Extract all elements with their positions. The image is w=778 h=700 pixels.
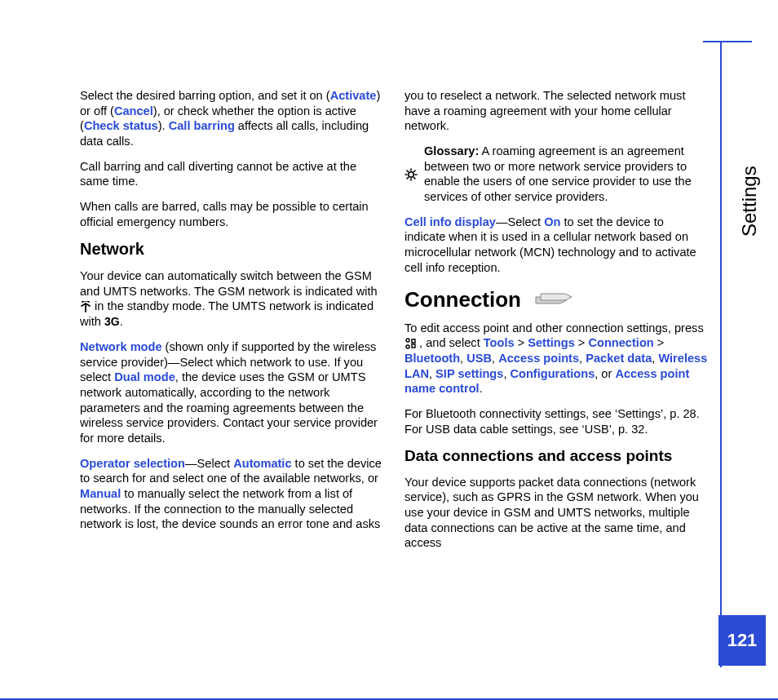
paragraph: Operator selection—Select Automatic to s… — [80, 456, 383, 532]
text: > — [515, 336, 528, 349]
glossary-label: Glossary: — [424, 144, 479, 157]
text: in the standby mode. The UMTS network is… — [80, 299, 374, 328]
paragraph: you to reselect a network. The selected … — [404, 88, 708, 134]
text: , — [429, 367, 435, 380]
svg-point-2 — [406, 345, 409, 348]
text: . — [480, 382, 483, 395]
term-automatic: Automatic — [233, 457, 291, 470]
glossary-text: Glossary: A roaming agreement is an agre… — [424, 144, 708, 205]
left-column: Select the desired barring option, and s… — [80, 88, 383, 560]
tip-icon — [404, 145, 418, 205]
text: > — [654, 336, 665, 349]
paragraph: Network mode (shown only if supported by… — [80, 339, 383, 446]
paragraph: To edit access point and other connectio… — [404, 321, 708, 397]
top-rule — [703, 41, 752, 42]
text: > — [575, 336, 589, 349]
paragraph: Call barring and call diverting cannot b… — [80, 159, 383, 189]
text: To edit access point and other connectio… — [404, 321, 704, 334]
text: —Select — [185, 457, 233, 470]
term-usb: USB — [466, 352, 492, 365]
term-settings: Settings — [528, 336, 575, 349]
term-connection: Connection — [588, 336, 653, 349]
page-number: 121 — [718, 615, 766, 666]
term-on: On — [544, 215, 560, 228]
paragraph: Your device can automatically switch bet… — [80, 268, 383, 330]
text: , — [460, 352, 466, 365]
paragraph: Your device supports packet data connect… — [404, 475, 708, 551]
text: , — [579, 352, 586, 365]
term-tools: Tools — [484, 336, 515, 349]
paragraph: Cell info display—Select On to set the d… — [404, 215, 708, 276]
right-column: you to reselect a network. The selected … — [404, 88, 708, 560]
term-packet-data: Packet data — [586, 352, 652, 365]
heading-data-connections: Data connections and access points — [404, 446, 708, 466]
antenna-icon — [80, 301, 91, 312]
text: Your device can automatically switch bet… — [80, 269, 378, 298]
term-dual-mode: Dual mode — [114, 370, 175, 383]
term-operator-selection: Operator selection — [80, 457, 185, 470]
term-bluetooth: Bluetooth — [404, 352, 460, 365]
term-call-barring: Call barring — [169, 119, 235, 132]
section-tab: Settings — [733, 82, 766, 237]
3g-icon: 3G — [104, 315, 120, 330]
term-cancel: Cancel — [114, 104, 153, 117]
term-configurations: Configurations — [510, 367, 595, 380]
term-sip-settings: SIP settings — [435, 367, 503, 380]
menu-key-icon — [404, 338, 416, 349]
text: , and select — [416, 336, 484, 349]
text: , or — [595, 367, 615, 380]
text: Select the desired barring option, and s… — [80, 89, 330, 102]
term-check-status: Check status — [84, 119, 158, 132]
connection-icon — [531, 289, 575, 312]
text: to manually select the network from a li… — [80, 487, 380, 530]
term-network-mode: Network mode — [80, 340, 162, 353]
term-manual: Manual — [80, 487, 121, 500]
term-cell-info-display: Cell info display — [404, 215, 496, 228]
glossary-block: Glossary: A roaming agreement is an agre… — [404, 144, 708, 205]
side-line — [720, 41, 722, 667]
text: —Select — [496, 215, 544, 228]
term-access-points: Access points — [498, 352, 579, 365]
text: , — [492, 352, 498, 365]
term-activate: Activate — [330, 89, 377, 102]
content: Select the desired barring option, and s… — [80, 88, 708, 560]
paragraph: When calls are barred, calls may be poss… — [80, 199, 383, 229]
page: Settings 121 Select the desired barring … — [0, 0, 778, 700]
text: . — [120, 315, 123, 328]
heading-network: Network — [80, 239, 383, 260]
heading-connection: Connection — [404, 286, 708, 313]
svg-point-1 — [406, 339, 409, 342]
heading-text: Connection — [404, 286, 521, 313]
paragraph: For Bluetooth connectivity settings, see… — [404, 406, 708, 436]
svg-point-0 — [409, 172, 413, 177]
text: ). — [158, 119, 169, 132]
paragraph: Select the desired barring option, and s… — [80, 88, 383, 149]
